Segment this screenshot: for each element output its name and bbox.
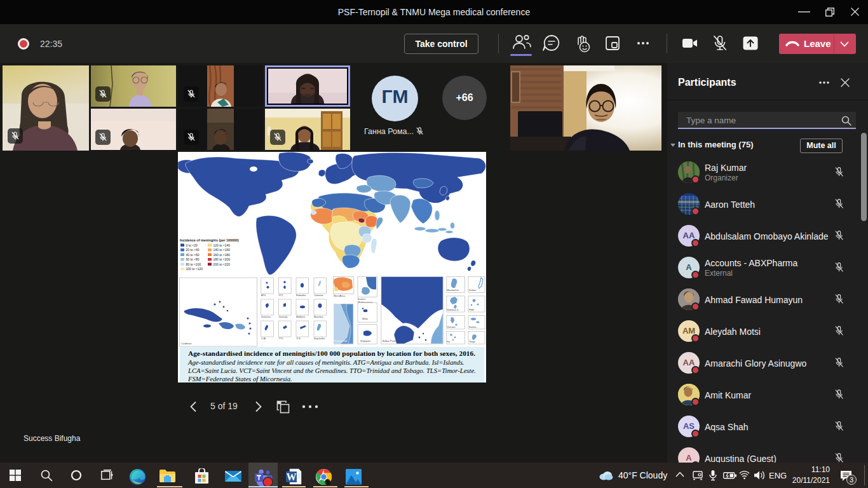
svg-text:Eastern: Eastern	[358, 298, 365, 301]
svg-text:Kiribati: Kiribati	[469, 289, 476, 292]
svg-text:Dominica: Dominica	[261, 316, 271, 318]
svg-text:200 to <220: 200 to <220	[214, 262, 231, 266]
svg-text:20 to <40: 20 to <40	[186, 248, 200, 252]
svg-text:West Africa: West Africa	[334, 295, 345, 297]
svg-text:Singapore: Singapore	[360, 340, 370, 342]
svg-text:Mauritius: Mauritius	[314, 316, 323, 318]
svg-text:80 to <100: 80 to <100	[186, 262, 201, 266]
svg-text:Tonga: Tonga	[469, 341, 475, 343]
svg-text:Grenada: Grenada	[279, 316, 288, 318]
svg-text:Incidence of meningitis (per 1: Incidence of meningitis (per 100000)	[180, 238, 239, 242]
svg-text:VCT: VCT	[279, 294, 284, 297]
svg-text:Vanuatu: Vanuatu	[447, 326, 456, 329]
svg-text:40 to <60: 40 to <60	[186, 253, 200, 257]
svg-text:FSM: FSM	[469, 309, 474, 311]
svg-text:Solomon Is: Solomon Is	[447, 309, 459, 311]
svg-text:100 to <120: 100 to <120	[186, 267, 203, 271]
svg-text:Marshall Isl: Marshall Isl	[447, 289, 459, 292]
svg-text:0 to <20: 0 to <20	[186, 243, 198, 247]
svg-text:140 to <160: 140 to <160	[214, 248, 231, 252]
svg-text:Caribbean: Caribbean	[181, 342, 192, 345]
svg-text:120 to <140: 120 to <140	[214, 243, 231, 247]
svg-text:Barbados: Barbados	[296, 294, 306, 297]
svg-text:180 to <200: 180 to <200	[214, 257, 231, 261]
svg-text:TLS: TLS	[296, 337, 301, 340]
svg-text:LCA=Saint Lucia. VCT=Saint Vin: LCA=Saint Lucia. VCT=Saint Vincent and t…	[187, 367, 476, 374]
svg-text:160 to <180: 160 to <180	[214, 253, 231, 257]
svg-text:TTO: TTO	[279, 337, 283, 340]
svg-text:Malta: Malta	[362, 318, 368, 320]
svg-text:W: W	[287, 471, 297, 482]
svg-text:FSM=Federated States of Micorn: FSM=Federated States of Micornesia.	[187, 376, 292, 383]
svg-text:Persian Gulf: Persian Gulf	[335, 340, 348, 342]
svg-text:Fiji: Fiji	[447, 341, 451, 343]
svg-text:Comoros: Comoros	[314, 294, 323, 297]
svg-text:Samoa: Samoa	[469, 326, 476, 329]
svg-text:Seychelles: Seychelles	[314, 337, 325, 340]
svg-text:60 to <80: 60 to <80	[186, 257, 200, 261]
svg-text:Maldives: Maldives	[296, 316, 305, 318]
svg-text:ATG: ATG	[261, 294, 266, 297]
svg-text:Balkan Peninsula: Balkan Peninsula	[383, 340, 400, 342]
svg-text:LCA: LCA	[261, 337, 266, 340]
svg-text:Age-standardised incidence rat: Age-standardised incidence rate for all …	[187, 359, 465, 366]
svg-text:Age-standardised incidence of: Age-standardised incidence of meningitis…	[188, 349, 475, 357]
